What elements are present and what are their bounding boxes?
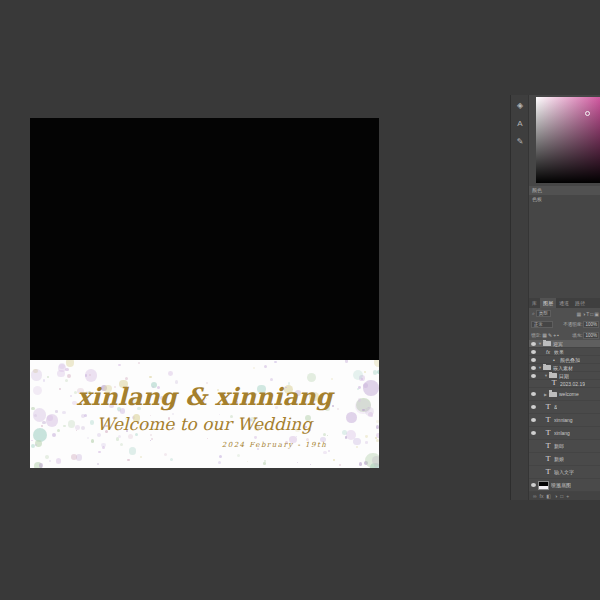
document-canvas[interactable]: xinlang & xinniang Welcome to our Weddin… — [30, 118, 379, 468]
visibility-eye-icon[interactable] — [531, 392, 536, 396]
layer-row[interactable]: ▼ 嵌入素材 — [529, 364, 600, 372]
filter-icon[interactable]: ▣ — [594, 311, 599, 317]
footer-icon[interactable]: ∞ — [533, 493, 537, 499]
footer-icon[interactable]: ◧ — [546, 493, 551, 499]
footer-icon[interactable]: fx — [540, 493, 544, 499]
visibility-eye-icon[interactable] — [531, 418, 536, 422]
eye-cell[interactable] — [529, 374, 538, 378]
tab-通道[interactable]: 通道 — [556, 298, 572, 308]
layer-row[interactable]: ▶ welcome — [529, 388, 600, 401]
visibility-eye-icon[interactable] — [531, 405, 536, 409]
filter-icon[interactable]: ◑ — [582, 311, 585, 317]
eye-cell[interactable] — [529, 418, 538, 422]
lock-bar: 锁定: ▦✎+▪ 填充: 100% — [529, 330, 600, 340]
tab-图层[interactable]: 图层 — [540, 298, 556, 308]
opacity-label: 不透明度: — [563, 322, 582, 327]
footer-icon[interactable]: ◑ — [554, 493, 557, 499]
folder-icon — [549, 373, 557, 378]
color-panel-label-1[interactable]: 色板 — [529, 195, 600, 204]
layer-name[interactable]: 效果 — [554, 349, 564, 355]
banner-text-block: xinlang & xinniang Welcome to our Weddin… — [30, 360, 379, 468]
eye-cell[interactable] — [529, 366, 538, 370]
color-picker-marker[interactable] — [585, 111, 590, 116]
layer-row[interactable]: T 输入文字 — [529, 466, 600, 479]
filter-icon[interactable]: T — [586, 311, 589, 317]
color-picker-field[interactable] — [536, 97, 600, 183]
visibility-eye-icon[interactable] — [531, 374, 536, 378]
eye-cell[interactable] — [529, 431, 538, 435]
folder-icon — [543, 365, 551, 370]
layer-row[interactable]: • 颜色叠加 — [529, 356, 600, 364]
filter-kind-dropdown[interactable]: 类型 — [536, 310, 551, 317]
layer-row[interactable]: T xinlang — [529, 427, 600, 440]
tab-库[interactable]: 库 — [529, 298, 540, 308]
right-panel-dock: ◈A✎ 颜色色板 库图层通道路径 ⌕ 类型 ▦◑T□▣ 正常 不透明度: 100… — [510, 95, 600, 500]
layer-row[interactable]: T & — [529, 401, 600, 414]
fill-label: 填充: — [572, 333, 582, 338]
layer-row[interactable]: fx 效果 — [529, 348, 600, 356]
layer-name[interactable]: xinlang — [554, 430, 570, 436]
layer-row[interactable]: T 2023.02.19 — [529, 380, 600, 388]
footer-icon[interactable]: □ — [560, 493, 563, 499]
layer-name[interactable]: 颜色叠加 — [560, 357, 580, 363]
layer-name[interactable]: 日期 — [559, 373, 569, 379]
panel-dock-icon-2[interactable]: A — [511, 117, 529, 131]
layer-list: ▼ 迎宾 fx 效果 • 颜色叠加 ▼ 嵌入素材 ▼ 日期 T 2023.02.… — [529, 340, 600, 492]
banner-welcome-text: Welcome to our Wedding — [30, 414, 379, 434]
layer-name[interactable]: xinniang — [554, 417, 573, 423]
search-icon[interactable]: ⌕ — [532, 310, 535, 317]
lock-icon[interactable]: + — [553, 332, 556, 338]
layer-name[interactable]: 新娘 — [554, 456, 564, 462]
layer-row[interactable]: T xinniang — [529, 414, 600, 427]
effect-icon: • — [550, 357, 558, 363]
visibility-eye-icon[interactable] — [531, 358, 536, 362]
layer-row[interactable]: ▼ 日期 — [529, 372, 600, 380]
color-panel-label-0[interactable]: 颜色 — [529, 186, 600, 195]
layer-name[interactable]: welcome — [559, 391, 579, 397]
eye-cell[interactable] — [529, 405, 538, 409]
eye-cell[interactable] — [529, 392, 538, 396]
visibility-eye-icon[interactable] — [531, 366, 536, 370]
layers-filter-bar: ⌕ 类型 ▦◑T□▣ — [529, 308, 600, 319]
eye-cell[interactable] — [529, 483, 538, 487]
visibility-eye-icon[interactable] — [531, 431, 536, 435]
layer-name[interactable]: 2023.02.19 — [560, 381, 585, 387]
wedding-banner[interactable]: xinlang & xinniang Welcome to our Weddin… — [30, 360, 379, 468]
text-layer-icon: T — [544, 456, 552, 463]
eye-cell[interactable] — [529, 358, 538, 362]
lock-icon[interactable]: ▪ — [557, 332, 559, 338]
layer-name[interactable]: 新郎 — [554, 443, 564, 449]
layer-row[interactable]: T 新郎 — [529, 440, 600, 453]
layer-row[interactable]: T 新娘 — [529, 453, 600, 466]
photoshop-workspace: { "canvas": { "title_line1": "xinlang & … — [0, 0, 600, 600]
panel-dock-icon-3[interactable]: ✎ — [511, 135, 529, 149]
photo-placeholder-area[interactable] — [30, 118, 379, 360]
layer-name[interactable]: 嵌入素材 — [553, 365, 573, 371]
layer-name[interactable]: & — [554, 404, 557, 410]
tab-路径[interactable]: 路径 — [572, 298, 588, 308]
lock-icon[interactable]: ▦ — [542, 332, 547, 338]
folder-icon — [543, 341, 551, 346]
layer-name[interactable]: 输入文字 — [554, 469, 574, 475]
fill-value[interactable]: 100% — [583, 332, 599, 339]
eye-cell[interactable] — [529, 350, 538, 354]
panel-dock-icon-1[interactable]: ◈ — [511, 99, 529, 113]
layer-row[interactable]: ▼ 迎宾 — [529, 340, 600, 348]
visibility-eye-icon[interactable] — [531, 350, 536, 354]
filter-icon[interactable]: □ — [590, 311, 593, 317]
filter-icon[interactable]: ▦ — [576, 311, 581, 317]
lock-icon[interactable]: ✎ — [548, 332, 552, 338]
folder-icon — [549, 392, 557, 397]
visibility-eye-icon[interactable] — [531, 483, 536, 487]
eye-cell[interactable] — [529, 342, 538, 346]
text-layer-icon: T — [544, 417, 552, 424]
layer-row[interactable]: 喷溅底图 — [529, 479, 600, 492]
blend-mode-dropdown[interactable]: 正常 — [531, 321, 553, 328]
text-layer-icon: T — [544, 430, 552, 437]
filter-type-icons: ▦◑T□▣ — [575, 311, 599, 317]
layer-name[interactable]: 迎宾 — [553, 341, 563, 347]
footer-icon[interactable]: + — [566, 493, 569, 499]
opacity-value[interactable]: 100% — [583, 321, 599, 328]
visibility-eye-icon[interactable] — [531, 342, 536, 346]
layer-name[interactable]: 喷溅底图 — [551, 482, 571, 488]
